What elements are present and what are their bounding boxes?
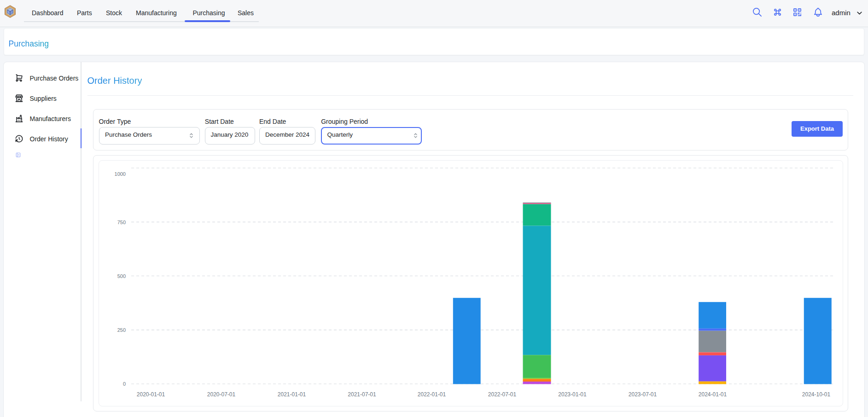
svg-text:1000: 1000	[114, 171, 125, 177]
svg-text:2020-01-01: 2020-01-01	[136, 391, 165, 398]
svg-text:2021-07-01: 2021-07-01	[348, 391, 376, 398]
svg-text:2022-01-01: 2022-01-01	[417, 391, 446, 398]
svg-text:2024-10-01: 2024-10-01	[802, 391, 830, 398]
svg-text:2023-07-01: 2023-07-01	[628, 391, 657, 398]
svg-text:2023-01-01: 2023-01-01	[558, 391, 587, 398]
svg-text:0: 0	[122, 381, 125, 387]
svg-text:2020-07-01: 2020-07-01	[207, 391, 235, 398]
svg-text:2024-01-01: 2024-01-01	[698, 391, 727, 398]
svg-text:2021-01-01: 2021-01-01	[277, 391, 306, 398]
svg-text:250: 250	[117, 327, 125, 333]
svg-text:2022-07-01: 2022-07-01	[488, 391, 516, 398]
svg-text:750: 750	[117, 220, 125, 225]
svg-text:500: 500	[117, 273, 125, 279]
